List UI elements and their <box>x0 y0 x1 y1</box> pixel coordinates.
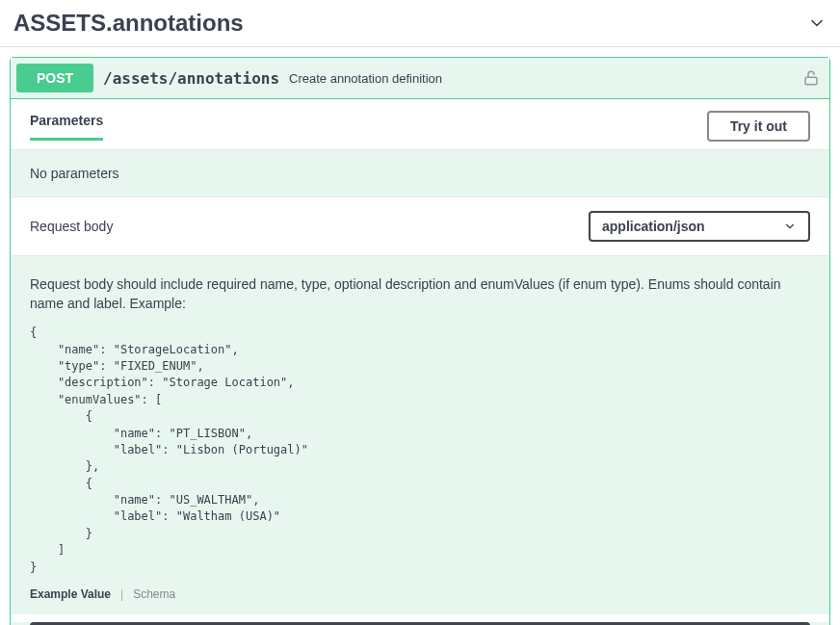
tab-divider: | <box>120 587 123 601</box>
try-it-out-button[interactable]: Try it out <box>707 111 810 142</box>
request-body-label: Request body <box>30 219 113 234</box>
request-body-header: Request body application/json <box>11 197 829 256</box>
request-body-description: Request body should include required nam… <box>30 275 810 313</box>
request-body-description-area: Request body should include required nam… <box>11 256 829 614</box>
section-title: ASSETS.annotations <box>13 10 244 37</box>
api-summary-text: Create annotation definition <box>289 71 442 86</box>
unlock-icon[interactable] <box>802 69 820 87</box>
svg-rect-0 <box>805 77 817 85</box>
tab-schema[interactable]: Schema <box>133 587 175 601</box>
request-body-example-json: { "name": "StorageLocation", "type": "FI… <box>30 325 810 576</box>
parameters-header: Parameters Try it out <box>11 99 829 150</box>
chevron-down-icon[interactable] <box>807 13 827 33</box>
api-path: /assets/annotations <box>103 69 279 88</box>
content-type-select[interactable]: application/json <box>589 211 810 242</box>
api-operation-block: POST /assets/annotations Create annotati… <box>10 57 830 625</box>
example-tabs: Example Value | Schema <box>30 587 810 601</box>
http-method-badge: POST <box>16 64 93 92</box>
api-summary-row[interactable]: POST /assets/annotations Create annotati… <box>11 58 829 99</box>
chevron-down-icon <box>783 220 797 233</box>
section-header[interactable]: ASSETS.annotations <box>0 0 840 47</box>
no-parameters-text: No parameters <box>11 150 829 197</box>
content-type-value: application/json <box>602 219 705 234</box>
tab-example-value[interactable]: Example Value <box>30 587 111 601</box>
parameters-tab[interactable]: Parameters <box>30 113 103 141</box>
